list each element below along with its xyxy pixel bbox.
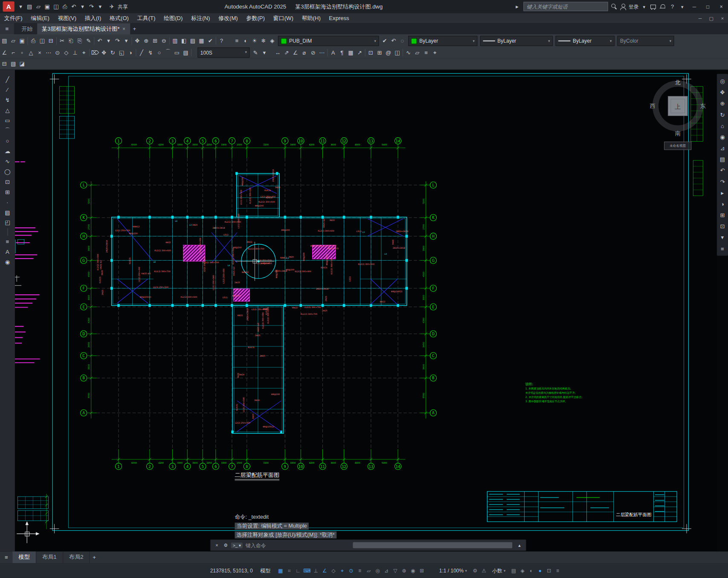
menu-tools[interactable]: 工具(T) (133, 13, 160, 23)
snap-tracking-icon[interactable]: ∠ (0, 48, 9, 57)
linetype-dropdown[interactable]: ByLayer▾ (480, 36, 553, 46)
nav-look-icon[interactable]: ◉ (718, 133, 727, 142)
dynamic-ucs-icon[interactable]: ⊿ (382, 566, 391, 575)
user-icon[interactable] (619, 3, 626, 10)
isolate-objects-icon[interactable]: ◐ (527, 566, 536, 575)
search-expand-icon[interactable]: ▸ (513, 2, 522, 11)
undo-arrow-icon[interactable]: ▾ (104, 37, 113, 46)
leader-icon[interactable]: ↗ (355, 48, 364, 57)
circle-icon[interactable]: ○ (155, 48, 164, 57)
list-icon[interactable]: ≡ (422, 48, 431, 57)
open-file-icon[interactable]: ▱ (9, 37, 18, 46)
mirror-icon[interactable]: ◑ (126, 48, 135, 57)
menu-modify[interactable]: 修改(M) (214, 13, 242, 23)
new-file-icon[interactable]: ▤ (25, 2, 34, 11)
attribute-icon[interactable]: @ (384, 48, 393, 57)
snap-from-icon[interactable]: ⌐ (9, 48, 18, 57)
menu-window[interactable]: 窗口(W) (269, 13, 298, 23)
nav-home-icon[interactable]: ⌂ (718, 121, 727, 130)
group-icon[interactable]: ⊟ (0, 59, 9, 68)
object-snap-icon[interactable]: ⊙ (347, 566, 356, 575)
polar-tracking-icon[interactable]: ∠ (320, 566, 329, 575)
redo-arrow-icon[interactable]: ▾ (122, 37, 131, 46)
save-icon[interactable]: ▣ (43, 2, 52, 11)
nav-expand-icon[interactable]: ▾ (718, 233, 727, 242)
menu-insert[interactable]: 插入(I) (81, 13, 105, 23)
quick-properties-icon[interactable]: ▤ (509, 566, 518, 575)
measure-icon[interactable]: ∿ (404, 48, 413, 57)
maximize-button[interactable]: □ (701, 0, 715, 13)
erase-icon[interactable]: ⌦ (91, 48, 100, 57)
layer-on-icon[interactable]: ☀ (250, 37, 259, 46)
notifications-icon[interactable] (659, 3, 666, 10)
make-block-tool-icon[interactable]: ⊞ (3, 187, 12, 196)
hatch-icon[interactable]: ▧ (181, 48, 190, 57)
menu-help[interactable]: 帮助(H) (298, 13, 325, 23)
nav-next-view-icon[interactable]: ↷ (718, 177, 727, 186)
create-block-icon[interactable]: ⊞ (375, 48, 384, 57)
snap-nearest-icon[interactable]: ⌖ (79, 48, 88, 57)
plot-preview-icon[interactable]: ◫ (38, 37, 46, 46)
minimize-button[interactable]: ─ (687, 0, 701, 13)
tool-palettes-icon[interactable]: ▨ (188, 37, 197, 46)
menu-parametric[interactable]: 参数(P) (242, 13, 269, 23)
annotation-monitor-icon[interactable]: ⚠ (479, 566, 488, 575)
match-properties-icon[interactable]: ✎ (84, 37, 93, 46)
search-input[interactable] (523, 2, 608, 11)
nav-constrained-orbit-icon[interactable]: ◑ (718, 200, 727, 209)
selection-cycling-icon[interactable]: ◎ (373, 566, 382, 575)
menu-file[interactable]: 文件(F) (0, 13, 26, 23)
annotation-visibility-icon[interactable]: ◉ (409, 566, 418, 575)
dim-style-dropdown[interactable]: 100S▾ (197, 47, 249, 58)
dim-update-arrow-icon[interactable]: ▾ (260, 48, 269, 57)
app-store-icon[interactable] (650, 3, 657, 10)
layer-freeze-icon[interactable]: ❄ (259, 37, 268, 46)
clean-screen-icon[interactable]: ⊡ (545, 566, 554, 575)
snap-extension-icon[interactable]: ⋯ (44, 48, 53, 57)
polyline-icon[interactable]: ↯ (146, 48, 155, 57)
snap-mode-icon[interactable]: ⌗ (285, 566, 294, 575)
dim-style-edit-icon[interactable]: ✎ (251, 48, 260, 57)
nav-menu-icon[interactable]: ≡ (718, 244, 727, 253)
image-attach-icon[interactable]: ▧ (9, 59, 18, 68)
close-button[interactable]: × (714, 0, 728, 13)
zoom-previous-icon[interactable]: ⊖ (160, 37, 168, 46)
snap-endpoint-icon[interactable]: ▫ (17, 48, 26, 57)
cut-icon[interactable]: ✂ (58, 37, 67, 46)
menu-express[interactable]: Express (325, 14, 354, 23)
paste-icon[interactable]: ⎘ (75, 37, 84, 46)
command-close-icon[interactable]: × (213, 541, 220, 550)
help-icon[interactable]: ? (217, 37, 226, 46)
zoom-realtime-icon[interactable]: ⊕ (142, 37, 151, 46)
color-dropdown[interactable]: ByLayer▾ (408, 36, 477, 46)
annotation-scale-button[interactable]: 1:1 / 100% ▾ (439, 568, 467, 573)
layer-lock-icon[interactable]: ◈ (268, 37, 277, 46)
layout-tab-layout1[interactable]: 布局1 (36, 552, 63, 563)
model-space-button[interactable]: 模型 (260, 567, 270, 574)
layout-tab-layout2[interactable]: 布局2 (63, 552, 90, 563)
construction-line-icon[interactable]: ⁄ (3, 85, 12, 94)
login-button[interactable]: 登录 (629, 3, 639, 10)
rotate-icon[interactable]: ↻ (108, 48, 117, 57)
layout-tab-model[interactable]: 模型 (12, 552, 36, 563)
hatch-tool-icon[interactable]: ▨ (3, 208, 12, 217)
dim-diameter-icon[interactable]: ⊘ (309, 48, 318, 57)
arc-icon[interactable]: ⌒ (164, 48, 173, 57)
area-icon[interactable]: ▱ (413, 48, 422, 57)
plot-style-dropdown[interactable]: ByColor▾ (618, 36, 674, 46)
isometric-drafting-icon[interactable]: ◇ (329, 566, 338, 575)
undo-icon[interactable]: ↶ (69, 2, 78, 11)
table-icon[interactable]: ▦ (346, 48, 355, 57)
command-input-bar[interactable]: × ⚙ >_ ▾ ▴ (210, 539, 526, 551)
dim-angular-icon[interactable]: ∠ (291, 48, 300, 57)
share-button[interactable]: ✈ 共享 (107, 2, 128, 11)
design-center-icon[interactable]: ◧ (180, 37, 189, 46)
menu-draw[interactable]: 绘图(D) (160, 13, 187, 23)
properties-icon[interactable]: ▥ (171, 37, 180, 46)
nav-previous-view-icon[interactable]: ↶ (718, 166, 727, 175)
circle-tool-icon[interactable]: ○ (3, 136, 12, 145)
arc-tool-icon[interactable]: ⌒ (3, 126, 12, 135)
insert-block-icon[interactable]: ⊡ (366, 48, 375, 57)
lock-ui-icon[interactable]: ◈ (518, 566, 527, 575)
nav-show-motion-icon[interactable]: ▸ (718, 188, 727, 197)
